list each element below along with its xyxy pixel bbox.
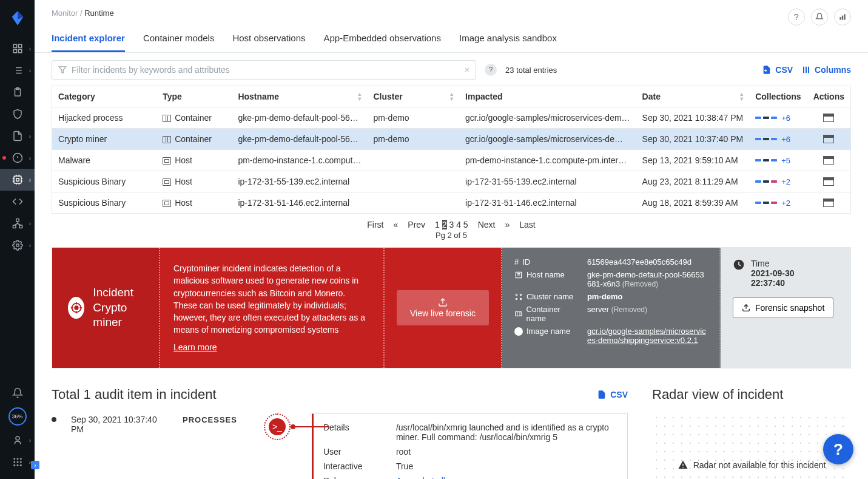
sidebar-item-code[interactable] (0, 191, 35, 212)
page-3[interactable]: 3 (449, 220, 454, 229)
tab-host-observations[interactable]: Host observations (232, 33, 305, 52)
tab-app-embedded-observations[interactable]: App-Embedded observations (324, 33, 441, 52)
sidebar-item-runtime[interactable]: › (0, 169, 35, 191)
page-5[interactable]: 5 (463, 220, 468, 229)
page-4[interactable]: 4 (456, 220, 461, 229)
help-icon[interactable]: ? (788, 8, 805, 25)
columns-button[interactable]: Columns (801, 65, 851, 75)
svg-point-37 (16, 461, 18, 463)
svg-point-50 (75, 306, 78, 310)
col-header-date[interactable]: Date▲▼ (636, 86, 750, 107)
target-icon (68, 297, 84, 319)
alert-dot-icon (2, 156, 6, 160)
bell-icon[interactable] (811, 8, 828, 25)
archive-icon[interactable] (823, 156, 834, 165)
sidebar-item-alert[interactable]: › (0, 147, 35, 169)
audit-processes-label: PROCESSES (183, 415, 237, 424)
audit-title: Total 1 audit item in incidentCSV (52, 387, 628, 403)
archive-icon[interactable] (823, 177, 834, 186)
filter-icon (58, 66, 67, 74)
learn-more-link[interactable]: Learn more (173, 341, 370, 353)
archive-icon[interactable] (823, 114, 834, 122)
svg-rect-16 (16, 178, 19, 182)
archive-icon[interactable] (823, 199, 834, 207)
sidebar-item-apps[interactable]: ›› (0, 451, 35, 473)
sidebar-item-clipboard[interactable] (0, 81, 35, 103)
page-info: Pg 2 of 5 (52, 231, 851, 240)
col-header-hostname[interactable]: Hostname▲▼ (232, 86, 367, 107)
col-header-type[interactable]: Type (156, 86, 232, 107)
view-live-forensic-button[interactable]: View live forensic (397, 290, 489, 325)
page-2[interactable]: 2 (442, 220, 447, 229)
table-row[interactable]: Crypto miner Container gke-pm-demo-defau… (52, 129, 851, 150)
incidents-table: CategoryTypeHostname▲▼Cluster▲▼ImpactedD… (52, 86, 851, 214)
upload-icon (742, 304, 750, 312)
page-next-dbl[interactable]: » (505, 220, 510, 229)
table-row[interactable]: Malware Host pm-demo-instance-1.c.comput… (52, 150, 851, 171)
progress-badge[interactable]: 36% (8, 407, 27, 426)
svg-point-62 (520, 298, 521, 299)
expand-flag-icon[interactable]: › (31, 461, 39, 469)
audit-csv-button[interactable]: CSV (597, 390, 628, 399)
chart-icon[interactable] (834, 8, 851, 25)
svg-point-32 (16, 437, 19, 440)
upload-icon (438, 297, 448, 307)
hash-icon: # (514, 257, 519, 267)
radar-body: Radar not available for this incident (652, 413, 851, 479)
svg-rect-3 (18, 50, 21, 53)
rule-link[interactable]: Aqsa alert all (396, 476, 617, 479)
svg-rect-1 (18, 44, 21, 47)
sidebar-item-document[interactable]: › (0, 125, 35, 147)
svg-rect-27 (19, 225, 22, 228)
filter-input[interactable]: Filter incidents by keywords and attribu… (52, 60, 476, 80)
svg-rect-42 (839, 17, 841, 20)
export-csv-button[interactable]: CSV (762, 65, 793, 75)
page-next[interactable]: Next (478, 220, 496, 229)
sidebar-item-dashboard[interactable]: › (0, 38, 35, 59)
col-header-actions[interactable]: Actions (807, 86, 851, 107)
tab-image-analysis-sandbox[interactable]: Image analysis sandbox (459, 33, 557, 52)
sidebar-item-shield[interactable] (0, 103, 35, 125)
svg-point-35 (19, 458, 21, 460)
svg-point-33 (13, 458, 15, 460)
help-fab[interactable]: ? (823, 434, 853, 464)
sidebar-item-notifications[interactable] (0, 382, 35, 404)
sidebar-item-settings[interactable]: › (0, 234, 35, 256)
breadcrumb: Monitor / Runtime (52, 8, 114, 18)
page-last[interactable]: Last (519, 220, 535, 229)
table-row[interactable]: Suspicious Binary Host ip-172-31-55-139.… (52, 171, 851, 192)
table-row[interactable]: Suspicious Binary Host ip-172-31-51-146.… (52, 192, 851, 214)
sidebar-item-list[interactable]: › (0, 59, 35, 81)
sidebar-item-network[interactable]: › (0, 212, 35, 234)
filter-help-icon[interactable]: ? (485, 64, 497, 76)
sidebar-item-user[interactable]: › (0, 429, 35, 451)
incident-detail-panel: IncidentCrypto miner Cryptominer inciden… (52, 247, 851, 369)
svg-marker-45 (59, 67, 66, 73)
svg-rect-25 (16, 219, 19, 222)
svg-point-36 (13, 461, 15, 463)
svg-rect-68 (682, 464, 684, 466)
tab-incident-explorer[interactable]: Incident explorer (52, 33, 125, 52)
col-header-collections[interactable]: Collections (749, 86, 807, 107)
page-prev[interactable]: Prev (408, 220, 425, 229)
page-prev-dbl[interactable]: « (394, 220, 399, 229)
process-icon: >_ (264, 413, 297, 440)
svg-point-41 (19, 464, 21, 466)
page-first[interactable]: First (367, 220, 383, 229)
svg-point-38 (19, 461, 21, 463)
tab-container-models[interactable]: Container models (143, 33, 215, 52)
table-row[interactable]: Hijacked process Container gke-pm-demo-d… (52, 107, 851, 129)
col-header-category[interactable]: Category (52, 86, 157, 107)
forensic-snapshot-button[interactable]: Forensic snapshot (733, 297, 833, 318)
svg-point-59 (516, 294, 517, 295)
disc-icon (514, 327, 523, 336)
image-link[interactable]: gcr.io/google-samples/microservices-demo… (587, 327, 706, 345)
clock-icon (733, 259, 745, 271)
page-1[interactable]: 1 (435, 220, 440, 229)
clear-filter-icon[interactable]: × (465, 65, 469, 75)
svg-rect-2 (13, 50, 16, 53)
svg-point-39 (13, 464, 15, 466)
archive-icon[interactable] (823, 135, 834, 143)
col-header-cluster[interactable]: Cluster▲▼ (367, 86, 459, 107)
col-header-impacted[interactable]: Impacted (459, 86, 636, 107)
